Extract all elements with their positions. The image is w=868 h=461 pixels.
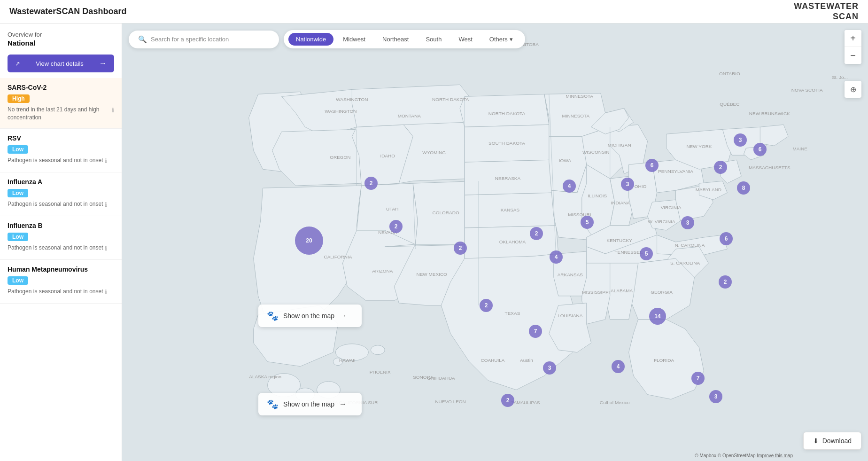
search-placeholder: Search for a specific location bbox=[151, 36, 229, 43]
search-icon: 🔍 bbox=[138, 35, 147, 44]
pathogen-card-hmpv: Human Metapneumovirus Low Pathogen is se… bbox=[0, 260, 122, 304]
map-toolbar: 🔍 Search for a specific location Nationw… bbox=[129, 30, 861, 48]
search-bar[interactable]: 🔍 Search for a specific location bbox=[129, 31, 279, 48]
download-icon: ⬇ bbox=[813, 437, 819, 445]
map-cluster[interactable]: 20 bbox=[295, 227, 323, 255]
view-chart-arrow-icon: → bbox=[99, 59, 107, 68]
map-cluster[interactable]: 2 bbox=[480, 299, 493, 312]
overview-label: Overview for bbox=[8, 31, 114, 38]
badge-influenza-a: Low bbox=[8, 189, 28, 197]
map-cluster[interactable]: 2 bbox=[530, 227, 543, 240]
tab-others[interactable]: Others ▾ bbox=[482, 33, 520, 46]
pathogen-desc-sars: No trend in the last 21 days and high co… bbox=[8, 106, 114, 122]
map-cluster[interactable]: 2 bbox=[719, 275, 732, 289]
info-icon-influenza-a[interactable]: ℹ bbox=[105, 201, 107, 209]
zoom-in-button[interactable]: + bbox=[845, 30, 861, 47]
pathogen-card-influenza-b: Influenza B Low Pathogen is seasonal and… bbox=[0, 216, 122, 260]
sidebar: Overview for National ↗ View chart detai… bbox=[0, 23, 122, 461]
map-cluster[interactable]: 5 bbox=[581, 216, 594, 229]
tab-south[interactable]: South bbox=[418, 33, 449, 46]
app-header: WastewaterSCAN Dashboard WASTEWATER SCAN bbox=[0, 0, 868, 23]
map-attribution: © Mapbox © OpenStreetMap Improve this ma… bbox=[695, 453, 793, 458]
map-cluster[interactable]: 4 bbox=[550, 250, 563, 264]
view-chart-button[interactable]: ↗ View chart details → bbox=[8, 55, 114, 72]
pathogen-desc-influenza-a: Pathogen is seasonal and not in onset ℹ bbox=[8, 200, 114, 209]
main-layout: Overview for National ↗ View chart detai… bbox=[0, 23, 868, 461]
badge-rsv: Low bbox=[8, 145, 28, 154]
logo: WASTEWATER SCAN bbox=[794, 1, 859, 22]
show-on-map-label-2: Show on the map bbox=[283, 400, 334, 408]
tab-west[interactable]: West bbox=[451, 33, 480, 46]
map-cluster[interactable]: 14 bbox=[649, 308, 666, 325]
map-cluster[interactable]: 6 bbox=[753, 143, 767, 156]
tab-midwest[interactable]: Midwest bbox=[335, 33, 373, 46]
map-cluster[interactable]: 8 bbox=[737, 181, 750, 195]
map-cluster[interactable]: 3 bbox=[734, 133, 747, 147]
pathogen-name-rsv: RSV bbox=[8, 134, 114, 142]
show-on-map-overlay-1[interactable]: 🐾 Show on the map → bbox=[258, 305, 362, 327]
badge-influenza-b: Low bbox=[8, 233, 28, 241]
map-cluster[interactable]: 6 bbox=[645, 159, 659, 172]
info-icon-hmpv[interactable]: ℹ bbox=[105, 288, 107, 297]
info-icon-influenza-b[interactable]: ℹ bbox=[105, 244, 107, 253]
map-area: 🔍 Search for a specific location Nationw… bbox=[122, 23, 868, 461]
pathogen-card-sars: SARS-CoV-2 High No trend in the last 21 … bbox=[0, 78, 122, 129]
download-button[interactable]: ⬇ Download bbox=[803, 432, 861, 450]
show-on-map-overlay-2[interactable]: 🐾 Show on the map → bbox=[258, 393, 362, 415]
pathogen-name-influenza-a: Influenza A bbox=[8, 178, 114, 186]
map-cluster[interactable]: 3 bbox=[709, 390, 722, 403]
map-cluster[interactable]: 6 bbox=[720, 232, 733, 245]
logo-line1: WASTEWATER bbox=[794, 1, 859, 12]
download-label: Download bbox=[822, 437, 852, 445]
region-tabs: Nationwide Midwest Northeast South West … bbox=[284, 30, 525, 48]
view-chart-label: View chart details bbox=[36, 60, 84, 67]
map-clusters: 2202224543356863262271434732 bbox=[122, 23, 868, 461]
pathogen-card-influenza-a: Influenza A Low Pathogen is seasonal and… bbox=[0, 172, 122, 216]
map-cluster[interactable]: 3 bbox=[681, 216, 694, 229]
badge-sars: High bbox=[8, 94, 30, 103]
map-overlay-icon-1: 🐾 bbox=[267, 310, 279, 321]
info-icon-sars[interactable]: ℹ bbox=[112, 106, 114, 115]
map-cluster[interactable]: 5 bbox=[640, 247, 653, 260]
location-icon: ⊕ bbox=[850, 85, 856, 94]
pathogen-name-influenza-b: Influenza B bbox=[8, 222, 114, 229]
location-button[interactable]: ⊕ bbox=[845, 81, 861, 98]
map-cluster[interactable]: 2 bbox=[714, 161, 727, 174]
show-on-map-arrow-1: → bbox=[339, 312, 347, 320]
sidebar-overview: Overview for National bbox=[0, 23, 122, 51]
map-cluster[interactable]: 4 bbox=[612, 360, 625, 373]
pathogen-name-sars: SARS-CoV-2 bbox=[8, 84, 114, 91]
map-cluster[interactable]: 3 bbox=[621, 178, 634, 191]
view-chart-icon: ↗ bbox=[15, 60, 20, 67]
app-title: WastewaterSCAN Dashboard bbox=[9, 7, 126, 16]
map-overlay-icon-2: 🐾 bbox=[267, 398, 279, 410]
map-zoom-controls: + − bbox=[845, 30, 861, 64]
tab-nationwide[interactable]: Nationwide bbox=[288, 33, 333, 46]
badge-hmpv: Low bbox=[8, 276, 28, 285]
map-cluster[interactable]: 4 bbox=[563, 180, 576, 193]
pathogen-list: SARS-CoV-2 High No trend in the last 21 … bbox=[0, 78, 122, 461]
tab-northeast[interactable]: Northeast bbox=[375, 33, 416, 46]
show-on-map-label-1: Show on the map bbox=[283, 312, 334, 320]
map-cluster[interactable]: 2 bbox=[454, 242, 467, 255]
info-icon-rsv[interactable]: ℹ bbox=[105, 157, 107, 165]
show-on-map-arrow-2: → bbox=[339, 400, 347, 408]
map-cluster[interactable]: 3 bbox=[543, 361, 556, 375]
map-cluster[interactable]: 2 bbox=[501, 394, 514, 407]
overview-region: National bbox=[8, 39, 114, 47]
pathogen-name-hmpv: Human Metapneumovirus bbox=[8, 266, 114, 273]
map-cluster[interactable]: 2 bbox=[389, 220, 403, 233]
chevron-down-icon: ▾ bbox=[510, 36, 513, 43]
improve-map-link[interactable]: Improve this map bbox=[757, 453, 793, 458]
map-cluster[interactable]: 2 bbox=[364, 177, 378, 190]
pathogen-desc-rsv: Pathogen is seasonal and not in onset ℹ bbox=[8, 156, 114, 165]
pathogen-desc-influenza-b: Pathogen is seasonal and not in onset ℹ bbox=[8, 244, 114, 253]
zoom-out-button[interactable]: − bbox=[845, 47, 861, 64]
map-cluster[interactable]: 7 bbox=[529, 325, 542, 338]
pathogen-desc-hmpv: Pathogen is seasonal and not in onset ℹ bbox=[8, 288, 114, 297]
pathogen-card-rsv: RSV Low Pathogen is seasonal and not in … bbox=[0, 129, 122, 172]
logo-line2: SCAN bbox=[794, 12, 859, 22]
map-cluster[interactable]: 7 bbox=[691, 372, 705, 385]
